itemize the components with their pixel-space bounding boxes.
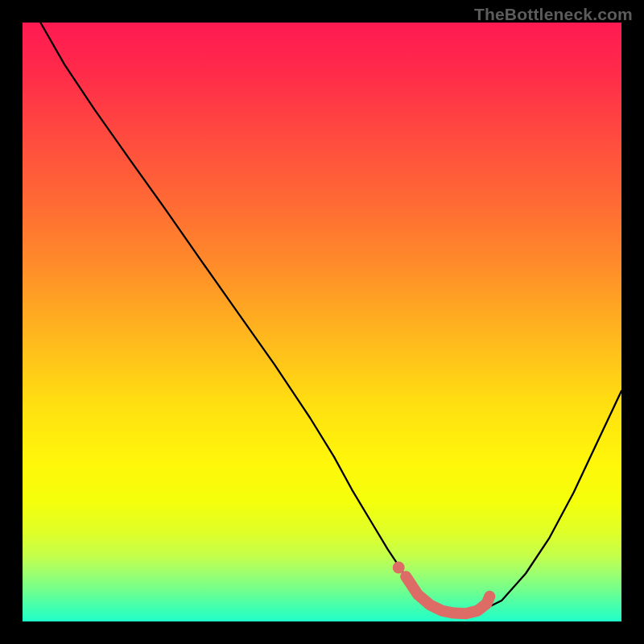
watermark-label: TheBottleneck.com xyxy=(474,5,633,24)
chart-container: TheBottleneck.com xyxy=(0,0,644,644)
curve-overlay xyxy=(23,23,621,621)
bottleneck-curve xyxy=(40,23,621,616)
optimal-range-highlight xyxy=(406,576,489,613)
plot-area xyxy=(23,23,621,621)
highlight-start-dot xyxy=(393,562,405,574)
